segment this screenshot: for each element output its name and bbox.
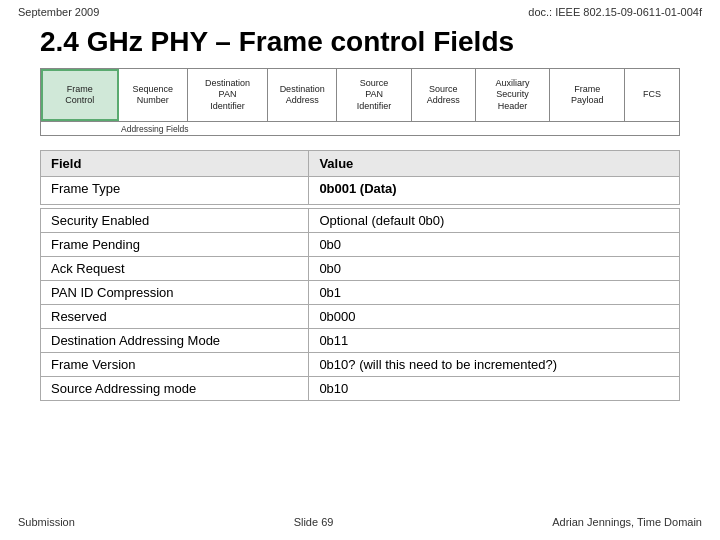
header-left: September 2009 bbox=[18, 6, 99, 18]
diagram-cell-highlighted: FrameControl bbox=[41, 69, 119, 121]
table-row: Frame Pending0b0 bbox=[41, 233, 680, 257]
diagram-cell: SequenceNumber bbox=[119, 69, 188, 121]
footer-right: Adrian Jennings, Time Domain bbox=[552, 516, 702, 528]
diagram-cell: DestinationAddress bbox=[268, 69, 337, 121]
footer-left: Submission bbox=[18, 516, 75, 528]
table-cell-value: 0b10? (will this need to be incremented?… bbox=[309, 353, 680, 377]
col-field-header: Field bbox=[41, 151, 309, 177]
diagram-bottom: Addressing Fields bbox=[41, 121, 679, 135]
table-container: Field Value Frame Type0b001 (Data)Securi… bbox=[40, 150, 680, 401]
diagram-cell: AuxiliarySecurityHeader bbox=[476, 69, 551, 121]
table-row: Ack Request0b0 bbox=[41, 257, 680, 281]
fields-table: Field Value Frame Type0b001 (Data)Securi… bbox=[40, 150, 680, 401]
footer-bar: Submission Slide 69 Adrian Jennings, Tim… bbox=[0, 506, 720, 532]
table-cell-field: PAN ID Compression bbox=[41, 281, 309, 305]
table-cell-field: Frame Version bbox=[41, 353, 309, 377]
table-row: Frame Version0b10? (will this need to be… bbox=[41, 353, 680, 377]
table-cell-value: 0b11 bbox=[309, 329, 680, 353]
table-cell-field: Security Enabled bbox=[41, 209, 309, 233]
table-cell-field: Source Addressing mode bbox=[41, 377, 309, 401]
table-cell-field: Frame Type bbox=[41, 177, 309, 205]
footer-center: Slide 69 bbox=[294, 516, 334, 528]
table-row: Frame Type0b001 (Data) bbox=[41, 177, 680, 205]
table-cell-value: 0b000 bbox=[309, 305, 680, 329]
col-value-header: Value bbox=[309, 151, 680, 177]
table-cell-value: 0b0 bbox=[309, 257, 680, 281]
table-row: Destination Addressing Mode0b11 bbox=[41, 329, 680, 353]
table-cell-field: Destination Addressing Mode bbox=[41, 329, 309, 353]
header-right: doc.: IEEE 802.15-09-0611-01-004f bbox=[528, 6, 702, 18]
table-cell-value: 0b1 bbox=[309, 281, 680, 305]
table-row: Source Addressing mode0b10 bbox=[41, 377, 680, 401]
diagram-cell: SourcePANIdentifier bbox=[337, 69, 412, 121]
addressing-label: Addressing Fields bbox=[121, 124, 189, 134]
diagram-cells: FrameControlSequenceNumberDestinationPAN… bbox=[41, 69, 679, 121]
diagram-cell: FramePayload bbox=[550, 69, 625, 121]
table-cell-field: Reserved bbox=[41, 305, 309, 329]
frame-diagram: FrameControlSequenceNumberDestinationPAN… bbox=[40, 68, 680, 136]
table-row: PAN ID Compression0b1 bbox=[41, 281, 680, 305]
table-header-row: Field Value bbox=[41, 151, 680, 177]
table-cell-value: Optional (default 0b0) bbox=[309, 209, 680, 233]
table-cell-value: 0b0 bbox=[309, 233, 680, 257]
table-cell-value: 0b10 bbox=[309, 377, 680, 401]
table-cell-value: 0b001 (Data) bbox=[309, 177, 680, 205]
table-cell-field: Frame Pending bbox=[41, 233, 309, 257]
header-bar: September 2009 doc.: IEEE 802.15-09-0611… bbox=[0, 0, 720, 22]
table-row: Reserved0b000 bbox=[41, 305, 680, 329]
diagram-cell: FCS bbox=[625, 69, 679, 121]
diagram-cell: SourceAddress bbox=[412, 69, 476, 121]
diagram-cell: DestinationPANIdentifier bbox=[188, 69, 268, 121]
table-row: Security EnabledOptional (default 0b0) bbox=[41, 209, 680, 233]
table-cell-field: Ack Request bbox=[41, 257, 309, 281]
page-title: 2.4 GHz PHY – Frame control Fields bbox=[0, 22, 720, 68]
